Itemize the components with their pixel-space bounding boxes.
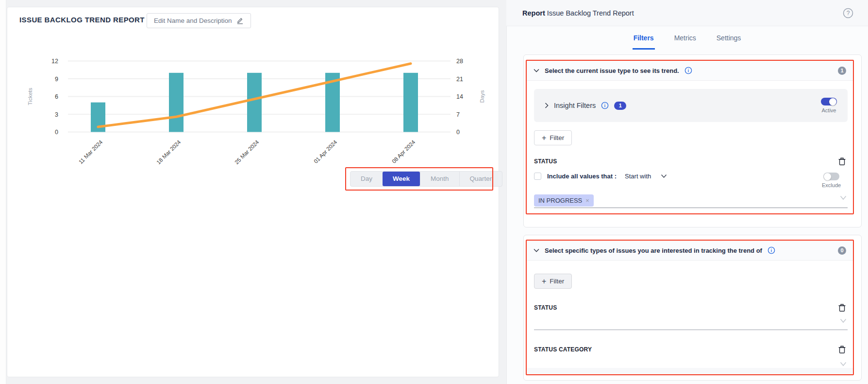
- svg-text:3: 3: [55, 111, 58, 118]
- exclude-toggle[interactable]: [823, 173, 839, 180]
- pencil-icon: [236, 17, 244, 24]
- period-option-week[interactable]: Week: [383, 172, 420, 186]
- trash-icon[interactable]: [838, 303, 846, 312]
- section2-bottom-strip: [527, 368, 853, 375]
- include-values-row: Include all values that : Start with: [534, 173, 667, 180]
- filter-button-label: Filter: [550, 134, 564, 141]
- edit-name-description-button[interactable]: Edit Name and Description: [147, 13, 251, 28]
- svg-text:0: 0: [456, 129, 460, 136]
- period-option-month[interactable]: Month: [420, 172, 459, 186]
- info-icon[interactable]: [684, 67, 692, 74]
- chevron-right-icon[interactable]: [545, 103, 549, 108]
- svg-text:01 Apr 2024: 01 Apr 2024: [313, 139, 338, 165]
- edit-button-label: Edit Name and Description: [154, 17, 232, 24]
- exclude-toggle-col: Exclude: [822, 173, 841, 188]
- report-title: ISSUE BACKLOG TREND REPORT: [19, 16, 145, 24]
- trash-icon[interactable]: [838, 345, 846, 354]
- panel-header-label: Report: [522, 9, 545, 17]
- chip-label: IN PROGRESS: [538, 197, 582, 204]
- status-values-row: IN PROGRESS ×: [534, 194, 594, 207]
- svg-text:12: 12: [51, 58, 58, 65]
- section2-title: Select specific types of issues you are …: [545, 247, 762, 254]
- chevron-down-icon[interactable]: [840, 318, 847, 323]
- svg-text:Tickets: Tickets: [27, 87, 33, 105]
- chevron-down-icon: [534, 69, 539, 72]
- svg-text:25 Mar 2024: 25 Mar 2024: [234, 139, 260, 166]
- svg-text:18 Mar 2024: 18 Mar 2024: [155, 139, 182, 166]
- tab-settings[interactable]: Settings: [716, 30, 742, 50]
- chevron-down-icon[interactable]: [840, 362, 847, 367]
- svg-text:11 Mar 2024: 11 Mar 2024: [78, 139, 104, 165]
- svg-text:21: 21: [456, 76, 463, 83]
- trend-chart: 1228921614370011 Mar 202418 Mar 202425 M…: [24, 46, 490, 168]
- help-icon[interactable]: ?: [843, 8, 853, 18]
- insight-filters-box[interactable]: Insight Filters 1 Active: [534, 89, 848, 122]
- period-toggle-group: DayWeekMonthQuarter: [350, 171, 502, 187]
- insight-filters-toggle[interactable]: [821, 98, 837, 105]
- svg-text:14: 14: [456, 93, 463, 100]
- section2-header[interactable]: Select specific types of issues you are …: [527, 241, 853, 261]
- svg-text:Days: Days: [479, 90, 485, 103]
- panel-header: Report Issue Backlog Trend Report ?: [506, 0, 868, 26]
- exclude-toggle-label: Exclude: [822, 182, 841, 188]
- status-field-label: STATUS: [534, 158, 557, 165]
- plus-icon: +: [542, 277, 546, 286]
- status-select[interactable]: [534, 208, 848, 208]
- include-values-label: Include all values that :: [547, 173, 617, 180]
- trash-icon[interactable]: [838, 157, 846, 166]
- panel-tabs: Filters Metrics Settings: [506, 30, 868, 50]
- status-value-chip[interactable]: IN PROGRESS ×: [534, 194, 594, 207]
- status-select[interactable]: [534, 330, 848, 330]
- plus-icon: +: [542, 134, 546, 142]
- section1-header[interactable]: Select the current issue type to see its…: [527, 61, 853, 81]
- svg-text:0: 0: [55, 129, 58, 136]
- chevron-down-icon: [534, 248, 539, 252]
- period-option-day[interactable]: Day: [351, 172, 383, 186]
- section2-count-badge: 0: [838, 246, 846, 255]
- svg-text:08 Apr 2024: 08 Apr 2024: [391, 139, 417, 165]
- info-icon[interactable]: [601, 102, 609, 109]
- left-edge-strip: [0, 0, 6, 384]
- section1-count-badge: 1: [838, 67, 846, 75]
- info-icon[interactable]: [768, 246, 775, 254]
- insight-filters-count-badge: 1: [614, 102, 626, 110]
- chevron-down-icon[interactable]: [840, 195, 847, 200]
- include-checkbox[interactable]: [534, 173, 541, 180]
- svg-text:9: 9: [55, 76, 58, 83]
- chevron-down-icon[interactable]: [661, 174, 667, 178]
- insight-filters-label: Insight Filters: [554, 102, 596, 109]
- svg-text:?: ?: [847, 10, 850, 17]
- panel-header-title: Issue Backlog Trend Report: [547, 9, 634, 17]
- svg-text:6: 6: [55, 93, 58, 100]
- svg-text:28: 28: [456, 58, 463, 65]
- tab-filters[interactable]: Filters: [633, 30, 655, 50]
- add-filter-button[interactable]: + Filter: [534, 274, 572, 289]
- insight-filters-toggle-label: Active: [822, 107, 836, 113]
- svg-text:7: 7: [456, 111, 460, 118]
- chip-close-icon[interactable]: ×: [585, 197, 589, 204]
- status-field-label: STATUS: [534, 304, 557, 311]
- status-category-field-label: STATUS CATEGORY: [534, 346, 592, 353]
- period-option-quarter[interactable]: Quarter: [459, 172, 502, 186]
- filter-button-label: Filter: [550, 278, 564, 285]
- tab-metrics[interactable]: Metrics: [673, 30, 697, 50]
- section1-title: Select the current issue type to see its…: [545, 67, 679, 74]
- add-filter-button[interactable]: + Filter: [534, 130, 572, 145]
- operator-value[interactable]: Start with: [625, 173, 651, 180]
